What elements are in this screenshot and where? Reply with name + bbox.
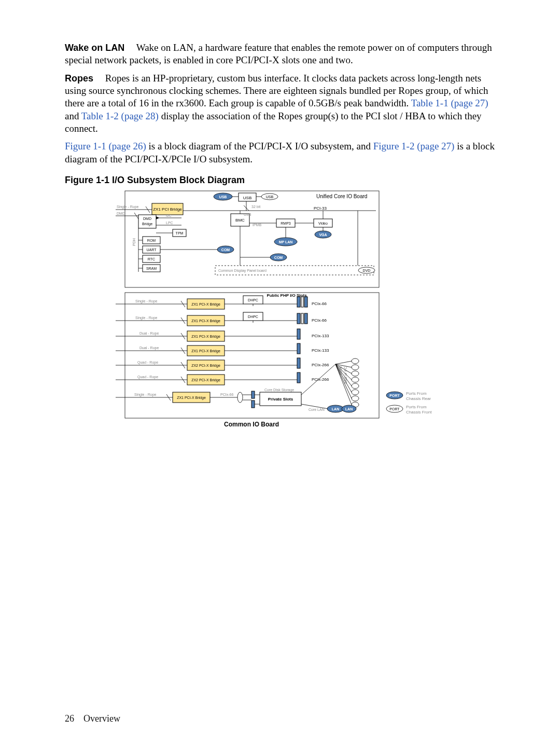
legend-front-l1: Ports From [406, 405, 427, 409]
link-figure-1-1[interactable]: Figure 1-1 (page 26) [65, 141, 146, 151]
label-single-rope-2: Single - Rope [135, 316, 158, 320]
bridge-zx2-pcix-1: ZX2 PCI-X Bridge [191, 364, 220, 368]
link-table-1-1[interactable]: Table 1-1 (page 27) [411, 98, 488, 108]
svg-point-108 [237, 392, 243, 403]
port-com-rear: COM [221, 248, 230, 252]
text-ropes-mid: and [65, 110, 81, 121]
label-pdh: PDH [132, 238, 136, 246]
label-quad-rope-1: Quad - Rope [137, 361, 158, 365]
port-lan-1: LAN [332, 407, 339, 411]
label-single-rope-1: Single - Rope [135, 299, 158, 303]
label-bmc: BMC [235, 218, 245, 223]
row-public-5: Quad - Rope ZX2 PCI-X Bridge PCIx-266 [116, 358, 329, 370]
label-usb-box: USB [243, 196, 251, 200]
legend: PORT Ports From Chassis Rear PORT Ports … [386, 391, 432, 415]
label-rom: ROM [147, 239, 156, 242]
label-unified-core-io: Unified Core IO Board [316, 194, 367, 199]
port-usb-rear: USB [219, 195, 227, 199]
svg-rect-56 [297, 297, 300, 307]
label-dhpc-1: DHPC [248, 298, 258, 302]
label-single-rope-private: Single - Rope [134, 393, 157, 397]
row-public-4: Dual - Rope ZX1 PCI-X Bridge PCIx-133 [116, 343, 329, 356]
bridge-zx1-pcix-private: ZX1 PCI-X Bridge [177, 396, 206, 400]
bridge-zx1-pcix-2: ZX1 PCI-X Bridge [191, 319, 220, 323]
link-figure-1-2[interactable]: Figure 1-2 (page 27) [373, 141, 455, 151]
paragraph-wake-on-lan: Wake on LAN Wake on LAN, a hardware feat… [65, 42, 495, 67]
svg-point-91 [352, 371, 359, 376]
label-dhpc-2: DHPC [248, 315, 258, 319]
svg-rect-68 [304, 313, 307, 324]
label-private-slots: Private Slots [268, 397, 293, 402]
paragraph-figures: Figure 1-1 (page 26) is a block diagram … [65, 140, 495, 165]
svg-rect-88 [297, 372, 300, 383]
label-common-display-panel: Common Display Panel board [218, 269, 267, 273]
page-number: 26 [65, 713, 74, 724]
svg-rect-67 [301, 313, 303, 324]
bridge-zx1-pcix-4: ZX1 PCI-X Bridge [191, 349, 220, 353]
label-ipmb: IPMB [253, 223, 261, 227]
label-sram: SRAM [146, 267, 157, 270]
label-pcix-66-2: PCIx-66 [312, 318, 327, 323]
port-mp-lan: MP LAN [279, 240, 293, 244]
label-dmd-bridge-l1: DMD [143, 217, 151, 220]
label-pcix-66-private: PCIx-66 [220, 393, 233, 396]
label-uart: UART [147, 248, 157, 252]
page-footer: 26 Overview [65, 713, 120, 724]
label-quad-rope-2: Quad - Rope [137, 375, 158, 379]
legend-rear-l2: Chassis Rear [406, 396, 431, 401]
label-dmd-signal: DMD [117, 212, 125, 215]
svg-point-95 [352, 396, 359, 401]
run-in-wake-on-lan: Wake on LAN [65, 43, 124, 53]
svg-rect-83 [297, 358, 300, 368]
port-vga: VGA [319, 233, 327, 237]
svg-rect-73 [297, 329, 300, 339]
label-lpc: LPC [166, 221, 173, 225]
svg-rect-66 [297, 313, 300, 324]
svg-rect-57 [301, 297, 303, 307]
bridge-zx1-pcix-1: ZX1 PCI-X Bridge [191, 302, 220, 307]
bridge-zx1-pcix-3: ZX1 PCI-X Bridge [191, 335, 220, 339]
label-i2c: I2C [166, 214, 172, 217]
chapter-name: Overview [83, 713, 120, 724]
text-wake-on-lan: Wake on LAN, a hardware feature that ena… [65, 42, 492, 65]
label-public-php-io-slots: Public PHP I/O Slots [267, 293, 307, 298]
label-tpm: TPM [176, 231, 184, 235]
label-pcix-266-1: PCIx-266 [312, 363, 329, 367]
label-32-bit: 32 bit [251, 205, 260, 209]
label-dual-rope-1: Dual - Rope [139, 331, 159, 336]
label-core-disk-storage: Core Disk Storage [264, 388, 294, 392]
label-video: Video [318, 222, 328, 225]
svg-point-93 [352, 383, 359, 389]
svg-rect-78 [297, 343, 300, 354]
text-figures-mid: is a block diagram of the PCI/PCI-X I/O … [146, 141, 373, 151]
bridge-zx1-pci: ZX1 PCI Bridge [153, 207, 182, 212]
svg-rect-58 [304, 297, 307, 307]
label-pcix-133-2: PCIx-133 [312, 348, 329, 353]
label-pci-33: PCI-33 [314, 206, 327, 211]
row-public-2: Single - Rope ZX1 PCI-X Bridge DHPC PCIx… [116, 312, 327, 326]
port-usb-front: USB [266, 195, 274, 199]
svg-rect-113 [251, 400, 255, 408]
label-dual-rope-2: Dual - Rope [139, 346, 159, 350]
label-dmd-bridge-l2: Bridge [142, 222, 152, 226]
svg-rect-112 [251, 391, 255, 398]
row-private: Core Disk Storage Single - Rope ZX1 PCI-… [116, 364, 356, 412]
label-usb-small: USB [244, 213, 251, 216]
svg-line-97 [335, 361, 352, 364]
figure-title: Figure 1-1 I/O Subsystem Block Diagram [65, 175, 495, 186]
label-rmp3: RMP3 [281, 222, 291, 225]
label-core-lan: Core LAN [309, 408, 325, 411]
port-lan-2: LAN [345, 407, 353, 411]
svg-point-90 [352, 365, 359, 370]
svg-line-117 [301, 364, 335, 395]
link-table-1-2[interactable]: Table 1-2 (page 28) [81, 110, 159, 121]
row-public-6: Quad - Rope ZX2 PCI-X Bridge PCIx-266 [116, 372, 329, 385]
io-subsystem-diagram: .box { fill:#fff; stroke:#000; stroke-wi… [96, 189, 469, 440]
label-single-rope-top: Single - Rope [117, 205, 139, 209]
label-rtc: RTC [148, 257, 155, 261]
port-com-rear-2: COM [274, 256, 283, 259]
svg-point-89 [352, 358, 359, 364]
legend-port-rear: PORT [389, 394, 400, 397]
label-common-io-board: Common IO Board [224, 421, 279, 428]
legend-port-front: PORT [389, 407, 400, 411]
